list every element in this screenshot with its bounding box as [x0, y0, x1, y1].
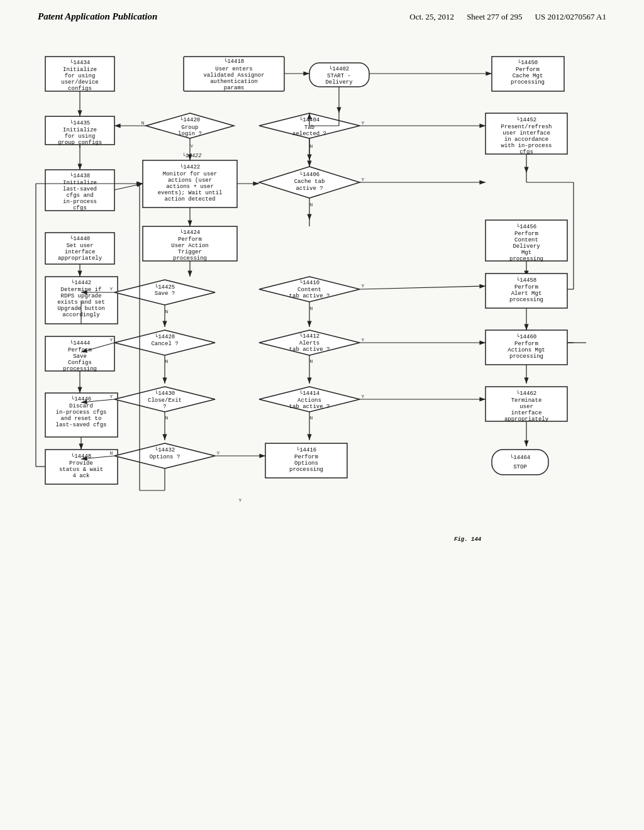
header-meta: Oct. 25, 2012 Sheet 277 of 295 US 2012/0…: [409, 12, 606, 22]
diagram-area: text { font-family: 'Courier New', monos…: [25, 50, 619, 805]
svg-text:Cancel ?: Cancel ?: [151, 341, 178, 347]
svg-text:for using: for using: [65, 73, 96, 79]
svg-text:└14432: └14432: [155, 446, 175, 453]
svg-text:└14462: └14462: [516, 390, 536, 397]
svg-text:Save: Save: [73, 353, 87, 360]
svg-text:└14440: └14440: [70, 235, 90, 242]
svg-text:N: N: [165, 415, 169, 421]
svg-text:└14456: └14456: [516, 223, 536, 230]
svg-text:└14438: └14438: [70, 172, 90, 179]
svg-text:RDPS upgrade: RDPS upgrade: [61, 293, 102, 299]
svg-text:and reset to: and reset to: [61, 416, 102, 422]
svg-text:Configs: Configs: [68, 360, 92, 366]
svg-text:for using: for using: [65, 133, 96, 140]
svg-rect-200: [492, 450, 548, 475]
svg-text:└14410: └14410: [299, 279, 319, 286]
svg-line-126: [360, 286, 486, 289]
svg-text:with in-process: with in-process: [501, 143, 552, 149]
svg-text:Options ?: Options ?: [150, 454, 180, 460]
svg-text:Y: Y: [191, 143, 194, 149]
svg-text:└14428: └14428: [155, 333, 175, 340]
svg-text:validated Assignor: validated Assignor: [203, 72, 264, 79]
svg-text:└14464: └14464: [510, 454, 530, 461]
svg-text:Fig. 144: Fig. 144: [454, 536, 482, 543]
svg-text:└14418: └14418: [224, 58, 244, 65]
svg-text:in accordance: in accordance: [504, 136, 548, 143]
svg-text:tab active ?: tab active ?: [289, 404, 330, 410]
svg-text:Group: Group: [181, 124, 198, 131]
svg-text:Delivery: Delivery: [513, 243, 540, 250]
svg-text:4 ack: 4 ack: [72, 473, 89, 479]
svg-text:Perform: Perform: [178, 236, 202, 243]
svg-text:Present/refresh: Present/refresh: [501, 124, 552, 130]
svg-text:status & wait: status & wait: [59, 467, 103, 473]
svg-text:N: N: [310, 202, 313, 208]
svg-text:Alert Mgt: Alert Mgt: [511, 290, 542, 297]
svg-text:events); Wait until: events); Wait until: [158, 190, 223, 196]
svg-text:└14422: └14422: [182, 152, 202, 159]
svg-text:Perform: Perform: [514, 284, 538, 290]
svg-text:interface: interface: [65, 249, 96, 255]
svg-text:Y: Y: [362, 177, 365, 182]
svg-text:selected ?: selected ?: [292, 131, 326, 137]
svg-line-80: [114, 184, 143, 190]
svg-text:STOP: STOP: [513, 464, 527, 470]
svg-text:Y: Y: [362, 394, 365, 399]
svg-text:Close/Exit: Close/Exit: [148, 397, 182, 404]
svg-text:in-process: in-process: [63, 199, 97, 205]
svg-text:N: N: [310, 415, 313, 421]
svg-text:actions (user: actions (user: [168, 177, 212, 184]
svg-text:processing: processing: [509, 353, 543, 360]
publication-title: Patent Application Publication: [38, 11, 157, 22]
svg-text:Y: Y: [110, 286, 113, 292]
svg-text:Alerts: Alerts: [299, 340, 319, 346]
svg-text:Actions: Actions: [297, 397, 321, 404]
svg-text:└14412: └14412: [299, 333, 319, 340]
svg-text:Y: Y: [239, 497, 242, 503]
svg-text:Cache Mgt: Cache Mgt: [513, 73, 543, 79]
svg-text:Actions Mgt: Actions Mgt: [508, 347, 545, 353]
svg-text:actions + user: actions + user: [166, 184, 214, 190]
svg-text:Y: Y: [110, 337, 113, 343]
svg-text:configs: configs: [68, 86, 92, 92]
svg-text:authentication: authentication: [210, 79, 258, 85]
svg-text:Initialize: Initialize: [63, 180, 97, 186]
svg-text:User Action: User Action: [171, 243, 208, 249]
svg-text:Perform: Perform: [294, 454, 318, 460]
svg-text:user interface: user interface: [502, 130, 550, 136]
svg-text:Y: Y: [362, 120, 365, 126]
pub-date: Oct. 25, 2012: [409, 12, 454, 22]
svg-text:user: user: [519, 404, 533, 410]
svg-text:START -: START -: [327, 73, 351, 79]
svg-text:N: N: [310, 143, 313, 149]
svg-text:└14435: └14435: [70, 119, 90, 126]
svg-text:Initialize: Initialize: [63, 67, 97, 73]
svg-text:└14452: └14452: [516, 116, 536, 123]
svg-text:└14414: └14414: [299, 390, 319, 397]
svg-text:Cache tab: Cache tab: [294, 179, 325, 185]
svg-text:Set user: Set user: [66, 243, 93, 249]
svg-text:Options: Options: [294, 460, 318, 467]
page: Patent Application Publication Oct. 25, …: [0, 0, 644, 830]
svg-text:└14425: └14425: [155, 284, 175, 290]
svg-text:└14422: └14422: [180, 163, 200, 170]
svg-text:tab active ?: tab active ?: [289, 346, 330, 353]
svg-text:Content: Content: [297, 287, 321, 293]
svg-text:appropriately: appropriately: [58, 255, 103, 262]
svg-text:processing: processing: [173, 255, 207, 262]
svg-text:Y: Y: [110, 394, 113, 399]
svg-text:└14444: └14444: [70, 340, 90, 346]
svg-text:Perform: Perform: [514, 341, 538, 347]
svg-text:Terminate: Terminate: [511, 397, 542, 404]
svg-text:└14434: └14434: [70, 59, 90, 66]
svg-text:└14460: └14460: [516, 333, 536, 340]
svg-text:active ?: active ?: [296, 185, 323, 192]
svg-text:└14424: └14424: [180, 229, 200, 236]
sheet-info: Sheet 277 of 295: [467, 12, 522, 22]
svg-text:user/device: user/device: [61, 79, 98, 86]
svg-text:Trigger: Trigger: [178, 249, 202, 255]
svg-text:└14406: └14406: [299, 171, 319, 178]
svg-text:Discard: Discard: [69, 403, 93, 409]
svg-text:processing: processing: [511, 79, 545, 86]
svg-text:N: N: [110, 450, 113, 456]
